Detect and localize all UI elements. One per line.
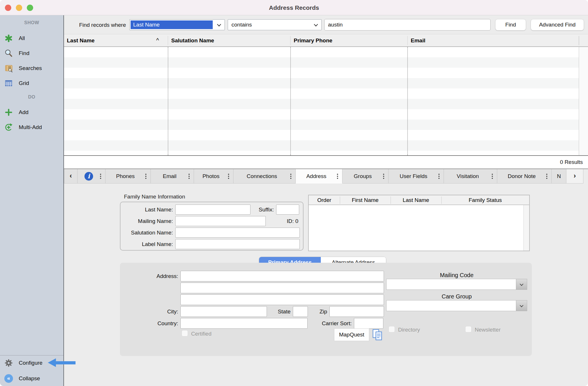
plus-icon xyxy=(4,108,13,117)
sidebar-do-header: DO xyxy=(0,94,63,100)
label-name-input[interactable] xyxy=(175,239,300,249)
record-id-value: ID: 0 xyxy=(270,218,298,224)
family-members-table: Order First Name Last Name Family Status xyxy=(308,195,530,251)
tab-groups[interactable]: Groups xyxy=(342,169,389,183)
sidebar-item-find[interactable]: Find xyxy=(0,48,63,59)
column-header-last-name[interactable]: Last Name xyxy=(391,195,441,205)
newsletter-label: Newsletter xyxy=(475,327,501,333)
sidebar-divider xyxy=(0,355,63,355)
kebab-menu-icon[interactable] xyxy=(228,176,229,177)
sort-ascending-indicator[interactable]: ^ xyxy=(156,34,159,47)
sidebar-item-multi-add[interactable]: Multi-Add xyxy=(0,122,63,133)
country-input[interactable] xyxy=(180,318,308,329)
operator-select[interactable]: contains xyxy=(228,19,322,30)
address-line3-input[interactable] xyxy=(180,294,384,305)
column-header-primary-phone[interactable]: Primary Phone xyxy=(294,34,332,47)
kebab-menu-icon[interactable] xyxy=(290,176,291,177)
tabs-scroll-left-button[interactable]: ‹ xyxy=(64,169,78,183)
column-header-first-name[interactable]: First Name xyxy=(340,195,391,205)
tab-address-active[interactable]: Address xyxy=(296,169,342,183)
column-header-family-status[interactable]: Family Status xyxy=(441,195,529,205)
family-table-scrollbar-track[interactable] xyxy=(523,205,529,251)
gear-icon xyxy=(4,358,13,368)
tab-notes-truncated[interactable]: N xyxy=(552,169,566,183)
tab-connections[interactable]: Connections xyxy=(233,169,296,183)
sidebar-item-collapse[interactable]: « Collapse xyxy=(0,373,63,384)
zip-input[interactable] xyxy=(329,306,384,317)
kebab-menu-icon[interactable] xyxy=(546,176,547,177)
family-table-header: Order First Name Last Name Family Status xyxy=(309,195,529,205)
care-group-dropdown[interactable] xyxy=(386,300,527,311)
sidebar-item-label: All xyxy=(19,35,25,41)
mailing-name-label: Mailing Name: xyxy=(115,218,173,224)
copy-document-icon xyxy=(372,329,383,341)
last-name-input[interactable] xyxy=(175,205,250,215)
last-name-label: Last Name: xyxy=(115,207,173,213)
address-label: Address: xyxy=(121,273,178,279)
tabs-scroll-right-button[interactable]: › xyxy=(566,169,583,183)
kebab-menu-icon[interactable] xyxy=(383,176,384,177)
tab-user-fields[interactable]: User Fields xyxy=(389,169,444,183)
address-line1-input[interactable] xyxy=(180,271,384,281)
results-scrollbar-track[interactable] xyxy=(579,47,588,155)
salutation-name-label: Salutation Name: xyxy=(115,230,173,236)
sidebar-item-add[interactable]: Add xyxy=(0,107,63,118)
grid-icon xyxy=(4,79,13,88)
sidebar-item-label: Configure xyxy=(19,360,42,366)
mailing-code-dropdown[interactable] xyxy=(386,279,527,290)
results-count: 0 Results xyxy=(560,159,583,165)
newsletter-checkbox[interactable] xyxy=(465,326,472,332)
sidebar-item-all[interactable]: All xyxy=(0,33,63,44)
results-table-header: Last Name ^ Salutation Name Primary Phon… xyxy=(64,34,588,47)
tab-phones[interactable]: Phones xyxy=(105,169,151,183)
column-header-last-name[interactable]: Last Name xyxy=(67,34,95,47)
mailing-name-input[interactable] xyxy=(175,216,266,226)
carrier-sort-label: Carrier Sort: xyxy=(314,320,352,327)
collapse-icon: « xyxy=(4,374,13,383)
country-label: Country: xyxy=(121,320,178,327)
chevron-down-icon xyxy=(214,23,225,26)
salutation-name-input[interactable] xyxy=(175,228,300,238)
search-query-input[interactable] xyxy=(324,19,491,31)
advanced-find-button[interactable]: Advanced Find xyxy=(531,19,584,31)
kebab-menu-icon[interactable] xyxy=(337,176,338,177)
column-header-order[interactable]: Order xyxy=(309,195,340,205)
directory-checkbox[interactable] xyxy=(389,326,395,332)
tab-photos[interactable]: Photos xyxy=(194,169,233,183)
suffix-input[interactable] xyxy=(276,205,299,215)
label-name-label: Label Name: xyxy=(115,241,173,247)
zip-label: Zip xyxy=(298,309,327,315)
field-select[interactable]: Last Name xyxy=(129,19,225,30)
kebab-menu-icon[interactable] xyxy=(438,176,440,177)
kebab-menu-icon[interactable] xyxy=(145,176,146,177)
certified-checkbox[interactable] xyxy=(182,330,188,336)
sidebar-item-searches[interactable]: Searches xyxy=(0,63,63,74)
suffix-label: Suffix: xyxy=(245,207,274,213)
column-header-email[interactable]: Email xyxy=(411,34,425,47)
annotation-arrow-shaft xyxy=(55,361,76,364)
kebab-menu-icon[interactable] xyxy=(189,176,190,177)
tab-donor-note[interactable]: Donor Note xyxy=(497,169,552,183)
app-window: Address Records SHOW All Find xyxy=(0,0,588,386)
kebab-menu-icon[interactable] xyxy=(492,176,493,177)
tab-info[interactable]: i xyxy=(78,169,105,183)
sidebar-item-label: Searches xyxy=(19,65,42,71)
tab-visitation[interactable]: Visitation xyxy=(444,169,497,183)
carrier-sort-input[interactable] xyxy=(354,318,383,329)
kebab-menu-icon[interactable] xyxy=(100,176,101,177)
copy-address-button[interactable] xyxy=(372,328,383,342)
sidebar-item-grid[interactable]: Grid xyxy=(0,77,63,89)
address-line2-input[interactable] xyxy=(180,283,384,293)
find-records-where-label: Find records where xyxy=(68,22,126,28)
family-name-information-title: Family Name Information xyxy=(124,194,185,200)
tab-email[interactable]: Email xyxy=(151,169,194,183)
mapquest-button[interactable]: MapQuest xyxy=(334,328,369,341)
state-label: State xyxy=(262,309,291,315)
city-input[interactable] xyxy=(180,306,267,317)
city-label: City: xyxy=(121,309,178,315)
find-button[interactable]: Find xyxy=(495,19,526,31)
sidebar-item-label: Find xyxy=(19,50,29,56)
column-header-salutation-name[interactable]: Salutation Name xyxy=(171,34,214,47)
column-separator xyxy=(290,47,291,155)
results-table-body[interactable] xyxy=(64,47,579,155)
